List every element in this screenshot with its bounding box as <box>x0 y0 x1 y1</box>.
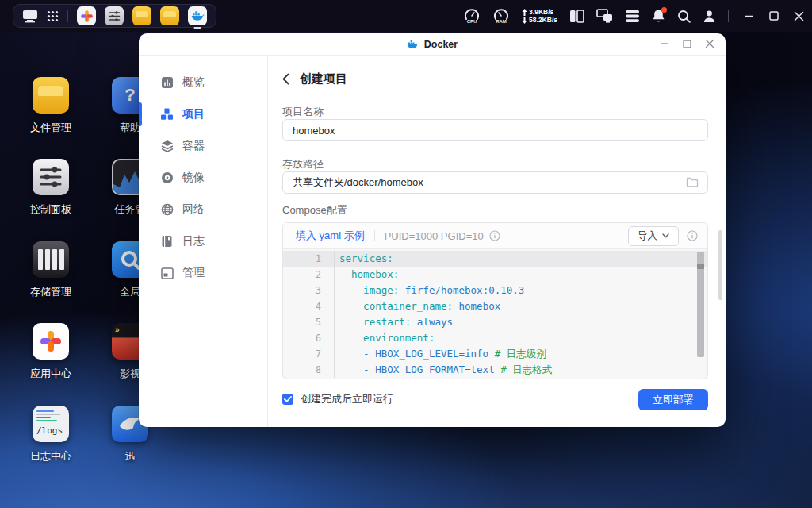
desktop-icon-file-manager[interactable]: 文件管理 <box>14 77 87 135</box>
sidebar-item-label: 项目 <box>182 107 205 121</box>
sidebar-item-overview[interactable]: 概览 <box>139 67 267 98</box>
storage-manager-icon <box>33 241 69 278</box>
sidebar-item-label: 镜像 <box>182 171 205 185</box>
sidebar-item-logs[interactable]: 日志 <box>139 225 267 257</box>
window-maximize-icon[interactable] <box>683 37 691 52</box>
user-icon[interactable] <box>703 10 716 23</box>
import-info-icon[interactable] <box>687 230 698 241</box>
browse-folder-icon[interactable] <box>686 177 699 187</box>
desktop-icon-label: 存储管理 <box>30 285 71 299</box>
editor-line[interactable]: 6 environment: <box>283 330 707 346</box>
svg-text:CPU: CPU <box>467 19 477 24</box>
desktop-icon-label: 影视 <box>120 367 140 381</box>
network-globe-icon <box>160 203 174 216</box>
import-button[interactable]: 导入 <box>628 226 679 246</box>
ram-gauge-icon[interactable]: RAM <box>492 7 510 25</box>
compose-editor-lines: 1services:2 homebox:3 image: firfe/homeb… <box>283 251 707 378</box>
sidebar-item-label: 网络 <box>182 202 205 217</box>
taskbar-control-panel-icon[interactable] <box>105 6 124 25</box>
footer-divider <box>268 383 726 383</box>
desktop-icon-label: 帮助 <box>120 121 140 135</box>
compose-editor[interactable]: 1services:2 homebox:3 image: firfe/homeb… <box>283 249 707 379</box>
sidebar-item-images[interactable]: 镜像 <box>139 162 267 194</box>
sidebar-item-containers[interactable]: 容器 <box>139 130 267 162</box>
taskbar-separator <box>728 10 729 22</box>
editor-line[interactable]: 5 restart: always <box>283 314 707 330</box>
notification-badge <box>661 7 667 13</box>
log-center-icon: /logs <box>33 406 69 442</box>
show-desktop-icon[interactable] <box>22 10 38 23</box>
window-minimize-icon[interactable] <box>660 37 669 52</box>
desktop-minimize-icon[interactable] <box>744 11 754 21</box>
editor-line[interactable]: 3 image: firfe/homebox:0.10.3 <box>283 283 707 298</box>
app-grid-icon[interactable] <box>47 10 59 22</box>
run-after-create-checkbox[interactable]: 创建完成后立即运行 <box>282 392 393 406</box>
sidebar-item-manage[interactable]: 管理 <box>139 257 267 289</box>
file-manager-icon <box>33 77 69 114</box>
logs-journal-icon <box>160 235 174 248</box>
network-speed[interactable]: 3.9KB/s 58.2KB/s <box>522 8 557 24</box>
docker-window: Docker 概览 项目 容器 镜像 <box>139 33 726 427</box>
storage-path-label: 存放路径 <box>282 157 324 171</box>
running-indicator <box>194 27 201 29</box>
desktop-icon-label: 文件管理 <box>30 121 71 135</box>
editor-line[interactable]: 7 - HBOX_LOG_LEVEL=info # 日志级别 <box>283 346 707 362</box>
project-name-input[interactable] <box>282 119 708 141</box>
desktop-icon-storage-manager[interactable]: 存储管理 <box>14 241 87 299</box>
desktop-close-icon[interactable] <box>794 11 804 21</box>
editor-scrollbar[interactable] <box>697 252 704 357</box>
desktop-icon-label: 应用中心 <box>30 367 71 381</box>
notification-bell-icon[interactable] <box>652 9 665 23</box>
search-icon[interactable] <box>677 10 691 23</box>
desktop-maximize-icon[interactable] <box>769 11 779 21</box>
sidebar: 概览 项目 容器 镜像 网络 日志 <box>139 56 267 427</box>
app-center-icon <box>33 323 69 360</box>
window-close-icon[interactable] <box>705 37 714 52</box>
deploy-button[interactable]: 立即部署 <box>638 389 708 410</box>
compose-config-label: Compose配置 <box>282 203 347 217</box>
dock-separator <box>67 10 68 22</box>
docker-whale-icon <box>407 40 419 49</box>
desktop-icon-label: 全局 <box>120 285 140 299</box>
desktop-icon-log-center[interactable]: /logs 日志中心 <box>14 406 87 464</box>
sidebar-item-projects[interactable]: 项目 <box>139 98 267 130</box>
taskbar-docker-icon[interactable] <box>188 6 207 25</box>
taskbar-app-center-icon[interactable] <box>77 6 96 25</box>
overview-icon <box>160 76 174 89</box>
fill-yaml-example-link[interactable]: 填入 yaml 示例 <box>296 229 365 243</box>
projects-icon <box>160 108 174 121</box>
desktop-icon-label: 控制面板 <box>30 202 71 217</box>
screen: 文件管理 控制面板 存储管理 应用中心 /logs 日志中心 <box>0 0 812 508</box>
manage-icon <box>160 267 174 279</box>
puid-pgid-hint: PUID=1000 PGID=10 <box>385 230 484 242</box>
window-scrollbar[interactable] <box>718 230 722 300</box>
control-panel-icon <box>33 159 69 195</box>
sidebar-item-label: 容器 <box>182 139 205 153</box>
editor-line[interactable]: 8 - HBOX_LOG_FORMAT=text # 日志格式 <box>283 362 707 378</box>
taskbar-folder-icon[interactable] <box>132 6 151 25</box>
server-icon[interactable] <box>625 10 640 23</box>
containers-icon <box>160 140 174 152</box>
taskbar: CPU RAM 3.9KB/s 58.2KB/s <box>0 0 812 32</box>
editor-line[interactable]: 2 homebox: <box>283 267 707 283</box>
window-titlebar[interactable]: Docker <box>139 33 726 56</box>
window-title: Docker <box>424 39 458 50</box>
hint-info-icon[interactable] <box>489 230 500 241</box>
sidebar-item-network[interactable]: 网络 <box>139 194 267 225</box>
svg-text:RAM: RAM <box>496 19 507 24</box>
create-project-form: 创建项目 项目名称 存放路径 Compose配置 填入 yaml 示例 PUID… <box>268 56 726 427</box>
sidebar-item-label: 管理 <box>182 266 205 280</box>
cpu-gauge-icon[interactable]: CPU <box>463 7 481 25</box>
editor-line[interactable]: 4 container_name: homebox <box>283 298 707 314</box>
storage-path-input[interactable] <box>282 171 708 194</box>
devices-icon[interactable] <box>596 9 613 23</box>
desktop-icon-app-center[interactable]: 应用中心 <box>14 323 87 381</box>
editor-line[interactable]: 1services: <box>283 251 707 267</box>
back-button[interactable] <box>282 73 289 85</box>
desktop-icon-control-panel[interactable]: 控制面板 <box>14 159 87 217</box>
desktop-icon-label: 迅 <box>125 449 136 464</box>
taskbar-folder-icon[interactable] <box>160 6 179 25</box>
widgets-icon[interactable] <box>569 10 584 23</box>
checkbox-checked-icon <box>282 394 293 405</box>
sidebar-item-label: 日志 <box>182 234 205 248</box>
